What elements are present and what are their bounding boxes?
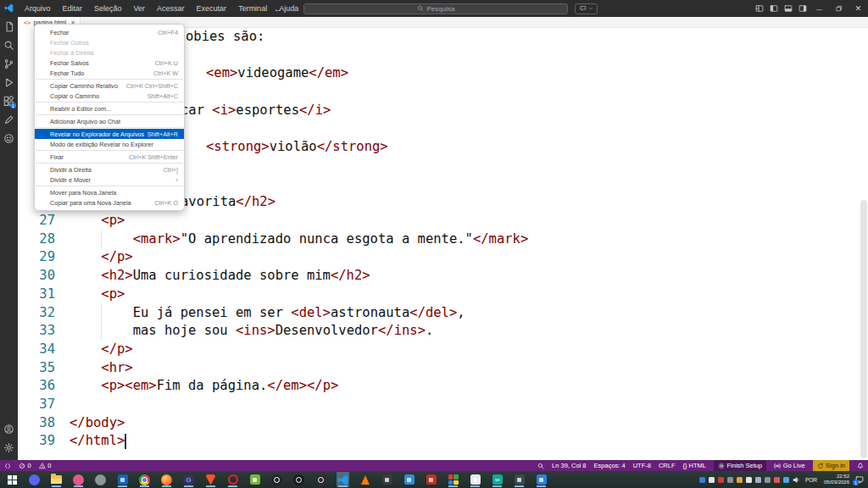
menu-item-pin[interactable]: FixarCtrl+K Shift+Enter: [35, 152, 184, 162]
status-encoding[interactable]: UTF-8: [633, 460, 651, 471]
menu-item-close-all[interactable]: Fechar TudoCtrl+K W: [35, 68, 184, 78]
close-button[interactable]: ✕: [849, 0, 868, 17]
status-warnings[interactable]: 0: [39, 460, 52, 471]
status-cursor-position[interactable]: Ln 39, Col 8: [552, 460, 586, 471]
taskbar-console-app[interactable]: [513, 472, 526, 487]
menu-arquivo[interactable]: Arquivo: [19, 0, 57, 17]
menu-acessar[interactable]: Acessar: [151, 0, 191, 17]
tray-icon-10[interactable]: [783, 477, 789, 483]
activity-account[interactable]: [0, 419, 18, 438]
status-sign-in[interactable]: Sign in: [813, 460, 849, 471]
menu-item-split-and-move[interactable]: Dividir e Mover›: [35, 175, 184, 185]
activity-run-debug[interactable]: [0, 73, 18, 92]
menu-item-reopen-editor-with[interactable]: Reabrir o Editor com...: [35, 103, 184, 114]
taskbar-coffee-app[interactable]: [381, 472, 393, 487]
menu-item-reveal-in-explorer-view[interactable]: Modo de exibição Revelar no Explorer: [35, 139, 184, 149]
taskbar-notepad-plus-plus[interactable]: [248, 472, 261, 487]
speaker-icon[interactable]: [793, 476, 800, 484]
status-search-status[interactable]: [537, 460, 544, 471]
taskbar-camtasia[interactable]: ∞: [491, 472, 504, 487]
activity-extensions[interactable]: 1: [0, 92, 18, 110]
menu-item-move-to-new-window[interactable]: Mover para Nova Janela: [35, 187, 184, 197]
status-go-live[interactable]: Go Live: [774, 460, 804, 471]
notification-center-icon[interactable]: 1: [854, 474, 865, 485]
tray-icon-2[interactable]: [709, 477, 715, 483]
menu-item-reveal-in-file-explorer[interactable]: Revelar no Explorador de ArquivosShift+A…: [35, 129, 184, 139]
taskbar-store-app[interactable]: [403, 472, 415, 487]
customize-layout-icon[interactable]: [752, 0, 766, 17]
menu-item-label: Dividir à Direita: [50, 166, 92, 174]
restore-button[interactable]: [829, 0, 849, 17]
minimize-button[interactable]: —: [810, 0, 829, 17]
menu-ver[interactable]: Ver: [128, 0, 152, 17]
taskbar-paint-3d[interactable]: [72, 472, 85, 487]
menu-separator: [36, 102, 183, 103]
status-language-mode[interactable]: {} HTML: [682, 460, 706, 471]
menu-executar[interactable]: Executar: [191, 0, 233, 17]
taskbar-obs-studio[interactable]: [314, 472, 327, 487]
code-tag: </html>: [70, 433, 125, 448]
taskbar-chrome[interactable]: [138, 472, 151, 487]
taskbar-file-explorer[interactable]: [50, 472, 63, 487]
activity-chat[interactable]: [0, 129, 18, 147]
menu-editar[interactable]: Editar: [57, 0, 89, 17]
menu-item-copy-to-new-window[interactable]: Copiar para uma Nova JanelaCtrl+K O: [35, 197, 184, 208]
taskbar-game-bar[interactable]: [94, 472, 107, 487]
taskbar-red-app[interactable]: [425, 472, 437, 487]
tray-icon-3[interactable]: [718, 477, 724, 483]
status-indentation[interactable]: Espaços: 4: [594, 460, 626, 471]
toggle-panel-icon[interactable]: [781, 0, 795, 17]
tray-icon-8[interactable]: [765, 477, 771, 483]
menu-item-add-file-to-chat[interactable]: Adicionar Arquivo ao Chat: [35, 116, 184, 126]
forward-arrow-icon[interactable]: →: [287, 0, 300, 17]
command-search-input[interactable]: Pesquisa: [303, 3, 568, 14]
taskbar-camera-app[interactable]: [270, 472, 283, 487]
activity-explorer[interactable]: [0, 17, 18, 36]
tray-icon-1[interactable]: [699, 477, 705, 483]
line-number: 34: [18, 341, 55, 359]
taskbar-discord[interactable]: [28, 472, 41, 487]
tray-icon-5[interactable]: [737, 477, 743, 483]
toggle-sidebar-icon[interactable]: [766, 0, 781, 17]
status-notifications[interactable]: [857, 460, 864, 471]
copilot-chat-button[interactable]: [575, 3, 598, 14]
menu-item-close-saved[interactable]: Fechar SalvosCtrl+K U: [35, 58, 184, 68]
tray-icon-4[interactable]: [727, 477, 733, 483]
tray-icon-9[interactable]: [774, 477, 780, 483]
language-indicator[interactable]: POR: [805, 477, 817, 483]
menu-item-split-right[interactable]: Dividir à DireitaCtrl+]: [35, 164, 184, 175]
clock[interactable]: 22:52 05/03/2026: [824, 474, 849, 485]
taskbar-vlc[interactable]: [359, 472, 371, 487]
menu-item-copy-path[interactable]: Copiar o CaminhoShift+Alt+C: [35, 91, 184, 101]
broadcast-icon: [774, 463, 781, 469]
toggle-secondary-sidebar-icon[interactable]: [795, 0, 810, 17]
menu-terminal[interactable]: Terminal: [232, 0, 273, 17]
taskbar-start[interactable]: [6, 472, 19, 487]
taskbar-firefox[interactable]: [160, 472, 173, 487]
taskbar-vscode[interactable]: [337, 472, 349, 487]
taskbar-music-app[interactable]: [292, 472, 305, 487]
activity-settings[interactable]: [0, 438, 18, 457]
menu-seleo[interactable]: Seleção: [88, 0, 128, 17]
editor-scrollbar[interactable]: [860, 200, 867, 458]
menu-item-label: Copiar Caminho Relativo: [50, 82, 118, 90]
tray-icon-6[interactable]: [746, 477, 752, 483]
taskbar-paint-app[interactable]: [535, 472, 548, 487]
back-arrow-icon[interactable]: ←: [271, 0, 285, 17]
status-finish-setup[interactable]: Finish Setup: [714, 460, 766, 471]
tray-icon-7[interactable]: [755, 477, 761, 483]
taskbar-office[interactable]: [447, 472, 459, 487]
taskbar-brave[interactable]: [204, 472, 217, 487]
status-errors[interactable]: 0: [19, 460, 31, 471]
menu-item-close[interactable]: FecharCtrl+F4: [35, 27, 184, 37]
status-eol[interactable]: CRLF: [659, 460, 676, 471]
taskbar-camera-white-app[interactable]: [469, 472, 481, 487]
taskbar-movies-tv[interactable]: [116, 472, 129, 487]
taskbar-opera[interactable]: [226, 472, 239, 487]
status-remote-indicator[interactable]: [4, 460, 11, 471]
taskbar-gitkraken[interactable]: G: [182, 472, 195, 487]
menu-item-copy-relative-path[interactable]: Copiar Caminho RelativoCtrl+K Ctrl+Shift…: [35, 80, 184, 91]
activity-source-control[interactable]: [0, 54, 18, 73]
activity-pen[interactable]: [0, 110, 18, 129]
activity-search[interactable]: [0, 36, 18, 54]
